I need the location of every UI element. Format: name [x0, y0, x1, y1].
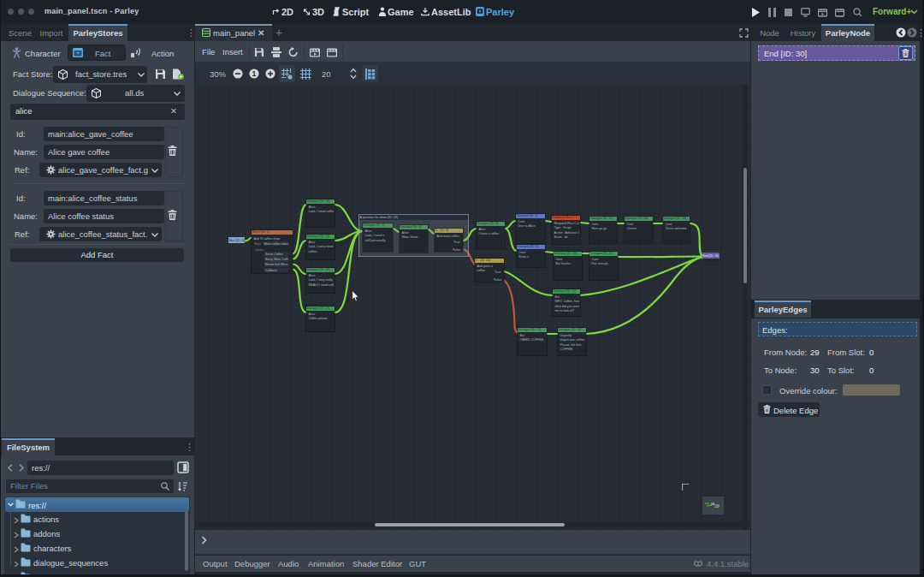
svg-text:1: 1 [252, 69, 257, 78]
